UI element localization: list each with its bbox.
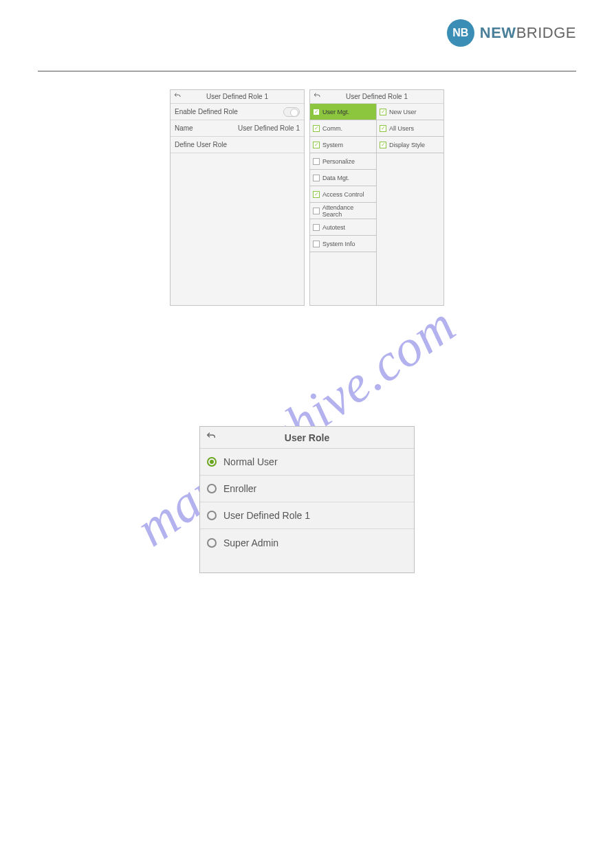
row-name[interactable]: Name User Defined Role 1: [171, 120, 304, 137]
row-enable-defined-role[interactable]: Enable Defined Role: [171, 104, 304, 120]
permission-new-user[interactable]: New User: [377, 104, 443, 120]
checkbox-icon[interactable]: [313, 125, 320, 132]
toggle-off-icon[interactable]: [283, 107, 300, 117]
permission-attendance-search[interactable]: Attendance Search: [310, 203, 376, 219]
checkbox-icon[interactable]: [313, 175, 320, 181]
radio-icon[interactable]: [207, 457, 217, 467]
panel2-titlebar: User Defined Role 1: [310, 90, 443, 104]
radio-icon[interactable]: [207, 538, 217, 548]
permission-label: Autotest: [322, 224, 345, 231]
permission-label: Access Control: [322, 191, 364, 198]
panel1-title: User Defined Role 1: [171, 93, 304, 100]
radio-icon[interactable]: [207, 484, 217, 493]
permission-label: System Info: [322, 241, 355, 247]
brand-name-light: BRIDGE: [516, 24, 576, 41]
checkbox-icon[interactable]: [313, 208, 320, 214]
role-option-label: Normal User: [223, 456, 278, 467]
permission-data-mgt[interactable]: Data Mgt.: [310, 170, 376, 186]
permission-label: Attendance Search: [322, 204, 373, 218]
brand-name-bold: NEW: [480, 24, 516, 41]
define-label: Define User Role: [175, 141, 227, 148]
brand-name: NEWBRIDGE: [480, 24, 576, 42]
permission-personalize[interactable]: Personalize: [310, 153, 376, 170]
permission-system-info[interactable]: System Info: [310, 236, 376, 252]
permission-all-users[interactable]: All Users: [377, 120, 443, 137]
checkbox-icon[interactable]: [313, 241, 320, 247]
permission-access-control[interactable]: Access Control: [310, 186, 376, 203]
permission-label: Personalize: [322, 158, 355, 165]
role-spacer: [200, 556, 414, 572]
name-value: User Defined Role 1: [238, 124, 300, 132]
permission-user-mgt[interactable]: User Mgt.: [310, 104, 376, 120]
permission-label: User Mgt.: [322, 109, 349, 115]
panels-row: User Defined Role 1 Enable Defined Role …: [170, 89, 444, 306]
brand-logo: NB NEWBRIDGE: [447, 19, 576, 47]
permission-display-style[interactable]: Display Style: [377, 137, 443, 153]
permission-label: System: [322, 142, 343, 148]
permission-label: New User: [389, 109, 417, 115]
back-icon[interactable]: [313, 91, 321, 102]
role-title: User Role: [200, 432, 414, 443]
checkbox-icon[interactable]: [313, 109, 320, 115]
brand-badge: NB: [447, 19, 474, 47]
back-icon[interactable]: [173, 91, 182, 102]
name-label: Name: [175, 124, 193, 132]
enable-label: Enable Defined Role: [175, 108, 238, 115]
panel-role-settings: User Defined Role 1 Enable Defined Role …: [170, 89, 305, 306]
checkbox-icon[interactable]: [313, 224, 320, 231]
role-option-label: Super Admin: [223, 537, 278, 548]
panel-role-permissions: User Defined Role 1 User Mgt.Comm.System…: [309, 89, 444, 306]
permission-autotest[interactable]: Autotest: [310, 219, 376, 236]
panel1-titlebar: User Defined Role 1: [171, 90, 304, 104]
permissions-left-column: User Mgt.Comm.SystemPersonalizeData Mgt.…: [310, 104, 377, 305]
role-option-enroller[interactable]: Enroller: [200, 476, 414, 502]
permissions-right-column: New UserAll UsersDisplay Style: [377, 104, 443, 305]
checkbox-icon[interactable]: [380, 142, 386, 148]
checkbox-icon[interactable]: [313, 191, 320, 198]
row-define-user-role[interactable]: Define User Role: [171, 137, 304, 153]
page-header: NB NEWBRIDGE: [38, 0, 576, 71]
checkbox-icon[interactable]: [313, 142, 320, 148]
panel2-body: User Mgt.Comm.SystemPersonalizeData Mgt.…: [310, 104, 443, 305]
radio-icon[interactable]: [207, 511, 217, 520]
role-option-label: User Defined Role 1: [223, 510, 310, 521]
role-option-label: Enroller: [223, 483, 256, 494]
panel2-title: User Defined Role 1: [310, 93, 443, 100]
permission-label: Display Style: [389, 142, 425, 148]
permission-label: All Users: [389, 125, 414, 132]
panel-user-role: User Role Normal UserEnrollerUser Define…: [199, 426, 415, 573]
permission-system[interactable]: System: [310, 137, 376, 153]
role-titlebar: User Role: [200, 427, 414, 449]
permission-comm[interactable]: Comm.: [310, 120, 376, 137]
checkbox-icon[interactable]: [380, 125, 386, 132]
permission-label: Data Mgt.: [322, 175, 349, 181]
checkbox-icon[interactable]: [380, 109, 386, 115]
permission-label: Comm.: [322, 125, 342, 132]
role-option-normal-user[interactable]: Normal User: [200, 449, 414, 476]
back-icon[interactable]: [206, 431, 217, 445]
role-option-user-defined-role-1[interactable]: User Defined Role 1: [200, 502, 414, 529]
role-option-super-admin[interactable]: Super Admin: [200, 529, 414, 556]
checkbox-icon[interactable]: [313, 158, 320, 165]
